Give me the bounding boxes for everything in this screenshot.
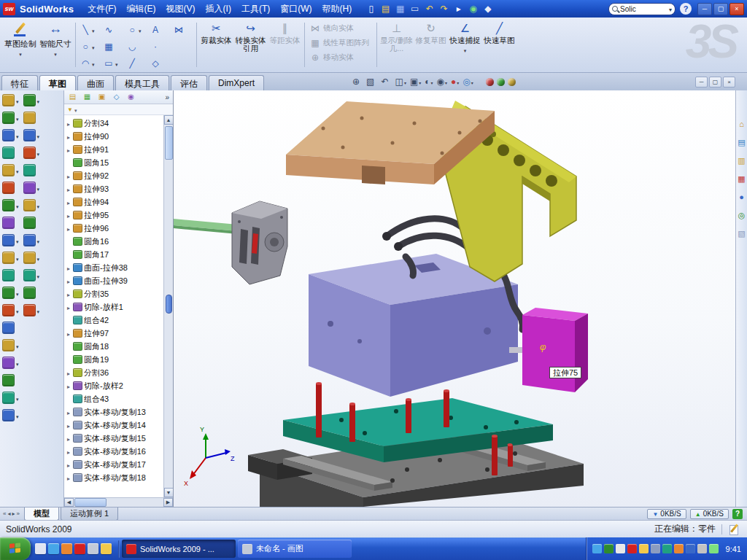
model-part-clamp[interactable]: [232, 201, 287, 284]
rectangle-tool-icon[interactable]: ▭: [101, 55, 124, 71]
quick-snaps-button[interactable]: ∠ 快速捕捉: [448, 19, 482, 71]
commandmanager-tab[interactable]: 评估: [171, 75, 207, 90]
feature-toolbar-button[interactable]: [2, 111, 19, 125]
feature-toolbar-button[interactable]: [2, 198, 19, 212]
solidworks-icon[interactable]: [74, 543, 85, 554]
expander-icon[interactable]: [66, 329, 71, 338]
solidworks-resources-icon[interactable]: ⌂: [737, 120, 746, 129]
feature-toolbar-button[interactable]: [23, 163, 40, 177]
feature-toolbar-button[interactable]: [23, 111, 40, 125]
panel-overflow-chevron[interactable]: »: [165, 93, 171, 101]
scroll-down-arrow[interactable]: [164, 488, 174, 497]
feature-toolbar-button[interactable]: [23, 93, 40, 107]
scroll-up-arrow[interactable]: [164, 115, 174, 125]
view-orientation-icon[interactable]: ▣: [409, 77, 422, 87]
feature-tree-item[interactable]: 分割36: [64, 366, 163, 379]
model-part-rod[interactable]: [174, 219, 241, 234]
feature-toolbar-button[interactable]: [2, 268, 19, 282]
feature-toolbar-button[interactable]: [2, 146, 19, 160]
scene-ball-icon[interactable]: [497, 78, 505, 86]
options-icon[interactable]: ◆: [481, 2, 495, 16]
sketch-fillet-icon[interactable]: ◡: [125, 39, 147, 54]
rebuild-icon[interactable]: ◉: [466, 2, 480, 16]
expander-icon[interactable]: [66, 289, 71, 298]
spline-tool-icon[interactable]: ∿: [101, 22, 124, 37]
feature-tree-item[interactable]: 曲面-拉伸38: [64, 261, 163, 274]
previous-view-icon[interactable]: ↶: [380, 77, 392, 87]
feature-tree-item[interactable]: 圆角15: [64, 156, 163, 169]
feature-toolbar-button[interactable]: [2, 373, 19, 387]
menu-item[interactable]: 视图(V): [161, 1, 201, 18]
restore-button[interactable]: ▢: [713, 3, 728, 15]
paint-icon[interactable]: [88, 543, 98, 554]
configurationmanager-tab[interactable]: ▣: [96, 92, 108, 103]
expander-icon[interactable]: [66, 381, 71, 390]
display-style-icon[interactable]: ◐: [424, 77, 433, 87]
graphics-area[interactable]: φ Y X Z 拉伸75: [174, 90, 735, 507]
commandmanager-tab[interactable]: 曲面: [77, 75, 114, 90]
hide-show-items-icon[interactable]: ◉: [436, 77, 449, 87]
pattern-grid-icon[interactable]: ▦: [101, 39, 124, 54]
feature-toolbar-button[interactable]: [2, 321, 19, 335]
scrollbar-track[interactable]: [74, 498, 163, 507]
feature-toolbar-button[interactable]: [23, 303, 40, 317]
zoom-fit-icon[interactable]: ⊕: [352, 77, 363, 87]
feature-toolbar-button[interactable]: [23, 251, 40, 265]
feature-tree-item[interactable]: 曲面-拉伸39: [64, 274, 163, 287]
feature-tree-item[interactable]: 拉伸92: [64, 169, 163, 182]
feature-toolbar-button[interactable]: [23, 216, 40, 230]
menu-item[interactable]: 帮助(H): [317, 1, 357, 18]
ribbon-big-button[interactable]: 草图绘制: [3, 19, 38, 71]
commandmanager-tab[interactable]: DimXpert: [209, 75, 264, 90]
feature-toolbar-button[interactable]: [23, 128, 40, 142]
feature-tree-item[interactable]: 拉伸96: [64, 222, 163, 235]
search-box[interactable]: Solic: [608, 3, 676, 15]
feature-toolbar-button[interactable]: [2, 128, 19, 142]
feature-toolbar-button[interactable]: [2, 408, 19, 422]
expander-icon[interactable]: [66, 421, 71, 429]
scrollbar-thumb[interactable]: [165, 126, 173, 160]
feature-toolbar-button[interactable]: [23, 233, 40, 247]
appearance-ball-icon[interactable]: [486, 78, 494, 86]
feature-toolbar-button[interactable]: [2, 338, 19, 352]
menu-item[interactable]: 窗口(W): [275, 1, 317, 18]
expander-icon[interactable]: [66, 184, 71, 193]
feature-tree-item[interactable]: 分割35: [64, 287, 163, 300]
feature-toolbar-button[interactable]: [2, 391, 19, 405]
mirror-entities-button[interactable]: ⋈ 镜向实体: [307, 23, 374, 34]
commandmanager-tab[interactable]: 草图: [39, 75, 76, 90]
feature-tree-item[interactable]: 实体-移动/复制18: [64, 471, 163, 484]
expander-icon[interactable]: [66, 303, 71, 311]
commandmanager-tab[interactable]: 特征: [1, 75, 38, 90]
design-library-icon[interactable]: ▤: [737, 138, 746, 147]
feature-toolbar-button[interactable]: [23, 181, 40, 195]
repair-sketch-button[interactable]: ↻ 修复草图: [414, 19, 448, 71]
tray-icon[interactable]: [686, 544, 695, 553]
view-palette-icon[interactable]: ▦: [737, 174, 746, 184]
scroll-right-arrow[interactable]: [163, 498, 173, 507]
expander-icon[interactable]: [66, 145, 71, 154]
redo-icon[interactable]: ↷: [437, 2, 451, 16]
rapid-sketch-button[interactable]: ╱ 快速草图: [482, 19, 516, 71]
commandmanager-tab[interactable]: 模具工具: [115, 75, 169, 90]
select-icon[interactable]: ▸: [452, 2, 465, 16]
file-explorer-icon[interactable]: ▥: [737, 156, 746, 166]
ie-icon[interactable]: [48, 543, 59, 554]
line-tool-icon[interactable]: ╲: [78, 22, 101, 37]
taskbar-task[interactable]: 未命名 - 画图: [238, 540, 352, 558]
feature-tree-item[interactable]: 拉伸90: [64, 130, 163, 143]
feature-tree-item[interactable]: 圆角18: [64, 340, 163, 353]
feature-tree-item[interactable]: 切除-放样1: [64, 300, 163, 314]
feature-toolbar-button[interactable]: [23, 198, 40, 212]
ellipse-tool-icon[interactable]: ○: [125, 22, 147, 37]
expander-icon[interactable]: [66, 171, 71, 180]
start-button[interactable]: [0, 537, 31, 560]
menu-item[interactable]: 文件(F): [82, 1, 121, 18]
sheet-nav-arrow[interactable]: ◂: [7, 510, 10, 517]
move-entities-button[interactable]: ⊕ 移动实体: [307, 52, 374, 63]
feature-tree-item[interactable]: 实体-移动/复制16: [64, 445, 163, 458]
tray-icon[interactable]: [639, 544, 649, 553]
expander-icon[interactable]: [66, 224, 71, 233]
dimxpert-tab[interactable]: ◇: [110, 92, 123, 103]
setting-ball-icon[interactable]: [508, 78, 516, 86]
